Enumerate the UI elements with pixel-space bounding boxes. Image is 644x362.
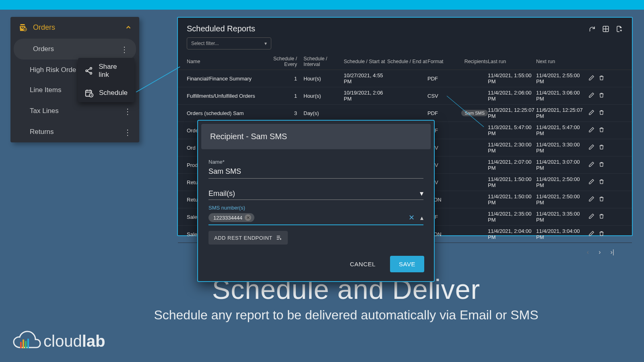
sidebar-item-label: Tax Lines [30, 107, 59, 115]
col-interval: Schedule / Interval [303, 56, 344, 67]
context-menu: Share link Schedule [78, 58, 134, 102]
cell-last-run: 11/4/2021, 2:07:00 PM [488, 159, 536, 171]
ctx-share-link[interactable]: Share link [78, 58, 134, 84]
table-row[interactable]: Fulfillments/Unfulfilled Orders1Hour(s)1… [178, 87, 632, 105]
cell-every: 1 [263, 76, 303, 82]
chevron-down-icon: ▾ [420, 189, 423, 198]
sidebar-item-label: Returns [30, 128, 54, 136]
save-button[interactable]: SAVE [390, 256, 424, 272]
cell-next-run: 11/4/2021, 3:35:00 PM [536, 211, 584, 223]
hero-subtitle: Schedule any report to be delivered auto… [145, 306, 547, 324]
edit-icon[interactable] [588, 144, 594, 151]
add-rest-endpoint-button[interactable]: ADD REST ENDPOINT [208, 231, 288, 245]
cell-format: PDF [427, 76, 456, 82]
table-row[interactable]: Orders (scheduled) Sam3Day(s)PDFSam SMS1… [178, 105, 632, 122]
svg-rect-10 [27, 339, 29, 348]
cell-format: CSV [427, 93, 456, 99]
col-start: Schedule / Start at [344, 59, 387, 64]
cell-format: PDF [427, 110, 456, 116]
col-end: Schedule / End at [387, 59, 427, 64]
cell-last-run: 11/3/2021, 12:25:07 PM [488, 107, 536, 119]
page-next[interactable]: › [597, 248, 602, 257]
add-report-icon[interactable] [616, 25, 623, 33]
page-title: Scheduled Reports [187, 24, 255, 33]
cell-last-run: 11/4/2021, 2:35:00 PM [488, 211, 536, 223]
calendar-clock-icon [85, 88, 93, 97]
ctx-label: Share link [99, 63, 128, 79]
chip-remove-icon[interactable]: ✕ [245, 214, 251, 221]
sidebar-item-returns[interactable]: Returns ⋯ [10, 121, 139, 142]
clear-icon[interactable]: ✕ [409, 213, 415, 222]
cell-start: 10/19/2021, 2:06 PM [344, 90, 387, 102]
refresh-icon[interactable] [588, 25, 596, 33]
edit-icon[interactable] [588, 109, 594, 117]
cell-next-run: 11/4/2021, 2:50:00 PM [536, 193, 584, 206]
cell-interval: Hour(s) [303, 93, 344, 99]
edit-icon[interactable] [588, 161, 594, 169]
edit-icon[interactable] [588, 75, 594, 82]
delete-icon[interactable] [599, 92, 605, 99]
more-icon[interactable]: ⋯ [120, 46, 130, 52]
sms-input[interactable]: 1223334444 ✕ ✕ ▴ [208, 211, 423, 225]
emails-dropdown[interactable]: Email(s) ▾ [208, 185, 423, 200]
delete-icon[interactable] [599, 196, 605, 203]
cell-recipients: Sam SMS [456, 110, 488, 116]
filter-select[interactable]: Select filter... ▾ [187, 37, 271, 49]
cell-name: Orders (scheduled) Sam [187, 110, 263, 116]
chevron-up-icon [125, 24, 132, 31]
add-endpoint-icon [276, 234, 282, 241]
recipient-modal: Recipient - Sam SMS Name* Email(s) ▾ SMS… [197, 120, 435, 282]
delete-icon[interactable] [599, 75, 605, 82]
delete-icon[interactable] [599, 127, 605, 134]
name-label: Name* [208, 159, 423, 165]
page-prev[interactable]: ‹ [585, 248, 590, 257]
cell-last-run: 11/4/2021, 2:30:00 PM [488, 142, 536, 154]
sidebar-header[interactable]: Orders [10, 17, 139, 38]
col-next-run: Next run [536, 59, 584, 64]
cell-name: Financial/Finance Summary [187, 76, 263, 82]
edit-icon[interactable] [588, 213, 594, 220]
chevron-up-icon[interactable]: ▴ [420, 214, 423, 222]
cell-start: 10/27/2021, 4:55 PM [344, 72, 387, 84]
sms-label: SMS number(s) [208, 205, 423, 211]
delete-icon[interactable] [599, 109, 605, 117]
table-row[interactable]: Financial/Finance Summary1Hour(s)10/27/2… [178, 70, 632, 87]
col-every: Schedule / Every [263, 56, 303, 67]
edit-icon[interactable] [588, 230, 594, 238]
cell-next-run: 11/6/2021, 12:25:07 PM [536, 107, 584, 119]
ctx-label: Schedule [99, 89, 128, 97]
sidebar-title: Orders [33, 23, 55, 32]
delete-icon[interactable] [599, 179, 605, 186]
cell-interval: Hour(s) [303, 76, 344, 82]
cell-last-run: 11/4/2021, 2:06:00 PM [488, 90, 536, 102]
edit-icon[interactable] [588, 127, 594, 134]
svg-rect-8 [23, 339, 24, 348]
page-last[interactable]: ›| [609, 248, 616, 257]
brand-a: cloud [43, 332, 82, 350]
edit-icon[interactable] [588, 92, 594, 99]
more-icon[interactable]: ⋯ [123, 108, 133, 114]
recipient-badge[interactable]: Sam SMS [461, 110, 488, 116]
cancel-button[interactable]: CANCEL [341, 256, 384, 272]
more-icon[interactable]: ⋯ [123, 129, 133, 135]
chevron-down-icon: ▾ [264, 41, 267, 46]
delete-icon[interactable] [599, 144, 605, 151]
cell-last-run: 11/4/2021, 2:04:00 PM [488, 228, 536, 240]
sidebar-item-label: Line Items [30, 86, 61, 94]
connector-line [136, 66, 180, 93]
sms-chip: 1223334444 ✕ [208, 213, 254, 222]
delete-icon[interactable] [599, 230, 605, 238]
delete-icon[interactable] [599, 161, 605, 169]
edit-icon[interactable] [588, 179, 594, 186]
sidebar-item-tax-lines[interactable]: Tax Lines ⋯ [10, 101, 139, 121]
ctx-schedule[interactable]: Schedule [78, 84, 134, 102]
name-input[interactable] [208, 165, 423, 179]
table-header-row: Name Schedule / Every Schedule / Interva… [178, 53, 632, 70]
cell-next-run: 11/4/2021, 3:04:00 PM [536, 228, 584, 240]
delete-icon[interactable] [599, 213, 605, 220]
chip-text: 1223334444 [213, 215, 242, 221]
grid-icon[interactable] [602, 25, 609, 33]
edit-icon[interactable] [588, 196, 594, 203]
sidebar-item-orders[interactable]: Orders ⋯ [14, 39, 136, 60]
emails-label: Email(s) [208, 189, 235, 198]
